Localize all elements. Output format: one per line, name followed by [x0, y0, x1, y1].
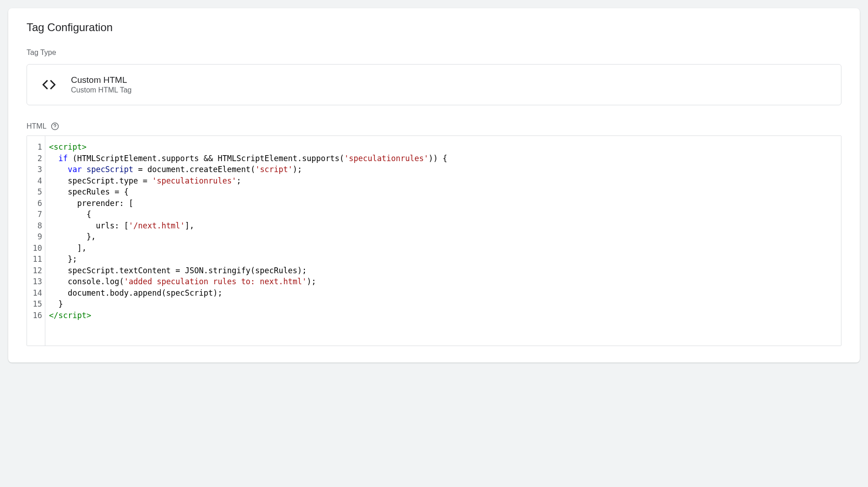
code-line[interactable]: <script> [49, 141, 837, 153]
code-line[interactable]: }; [49, 254, 837, 265]
code-line[interactable]: prerender: [ [49, 198, 837, 209]
line-number: 16 [31, 310, 42, 321]
line-number: 4 [31, 175, 42, 187]
code-line[interactable]: specScript.type = 'speculationrules'; [49, 175, 837, 187]
code-line[interactable]: urls: ['/next.html'], [49, 220, 837, 232]
line-number: 13 [31, 276, 42, 287]
line-number: 3 [31, 164, 42, 175]
help-icon[interactable] [50, 122, 60, 131]
tag-type-label: Tag Type [27, 49, 841, 57]
code-content[interactable]: <script> if (HTMLScriptElement.supports … [45, 136, 841, 346]
line-number: 2 [31, 153, 42, 164]
code-line[interactable]: console.log('added speculation rules to:… [49, 276, 837, 287]
code-line[interactable]: specScript.textContent = JSON.stringify(… [49, 265, 837, 276]
code-icon [38, 74, 60, 96]
tag-type-selector[interactable]: Custom HTML Custom HTML Tag [27, 64, 841, 105]
line-number: 10 [31, 243, 42, 254]
tag-type-name: Custom HTML [71, 75, 131, 85]
tag-type-description: Custom HTML Tag [71, 86, 131, 94]
code-line[interactable]: specRules = { [49, 186, 837, 198]
line-number: 8 [31, 220, 42, 232]
svg-point-1 [54, 128, 55, 128]
code-line[interactable]: } [49, 298, 837, 310]
code-line[interactable]: { [49, 209, 837, 220]
line-number: 11 [31, 254, 42, 265]
code-line[interactable]: ], [49, 243, 837, 254]
html-field-label: HTML [27, 122, 47, 130]
line-number: 6 [31, 198, 42, 209]
section-title: Tag Configuration [27, 21, 841, 34]
code-line[interactable]: document.body.append(specScript); [49, 287, 837, 299]
tag-configuration-card: Tag Configuration Tag Type Custom HTML C… [8, 8, 860, 363]
line-number: 5 [31, 186, 42, 198]
line-number: 12 [31, 265, 42, 276]
code-line[interactable]: }, [49, 231, 837, 243]
line-number: 15 [31, 298, 42, 310]
code-line[interactable]: if (HTMLScriptElement.supports && HTMLSc… [49, 153, 837, 164]
line-number: 14 [31, 287, 42, 299]
line-number-gutter: 12345678910111213141516 [27, 136, 45, 346]
html-field-header: HTML [27, 122, 841, 131]
line-number: 1 [31, 141, 42, 153]
html-code-editor[interactable]: 12345678910111213141516 <script> if (HTM… [27, 135, 841, 346]
line-number: 7 [31, 209, 42, 220]
tag-type-info: Custom HTML Custom HTML Tag [71, 75, 131, 94]
line-number: 9 [31, 231, 42, 243]
code-line[interactable]: </script> [49, 310, 837, 321]
code-line[interactable]: var specScript = document.createElement(… [49, 164, 837, 175]
